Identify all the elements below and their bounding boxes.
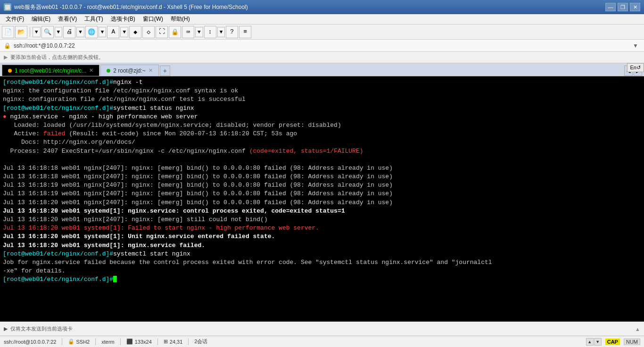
- tab-2-dot: [107, 69, 110, 73]
- address-icon: 🔒: [4, 42, 11, 49]
- menu-file[interactable]: 文件(F): [2, 14, 28, 24]
- toolbar-sep-1: [30, 27, 30, 37]
- bottom-bar-text: 仅将文本发送到当前选项卡: [10, 325, 635, 332]
- session-hint-bar: ▶ 要添加当前会话，点击左侧的箭头按钮。: [0, 52, 644, 63]
- tab-2[interactable]: 2 root@zjd:~ ✕: [100, 65, 159, 76]
- status-right: ▲ ▼ CAP NUM: [586, 338, 640, 346]
- terminal[interactable]: [root@web01/etc/nginx/conf.d]#nginx -t n…: [0, 76, 644, 322]
- toolbar-font[interactable]: A: [107, 26, 119, 38]
- status-sep-1: [62, 339, 62, 345]
- toolbar-btn-tx[interactable]: ↕: [204, 26, 216, 38]
- tabs-bar: 1 root@web01:/etc/nginx/c... ✕ 2 root@zj…: [0, 63, 644, 76]
- address-dropdown[interactable]: ▼: [631, 41, 640, 50]
- status-ssh: 🔒 SSH2: [68, 339, 90, 345]
- session-hint-icon[interactable]: ▶: [4, 54, 8, 60]
- tab-1-close[interactable]: ✕: [89, 67, 93, 74]
- toolbar-dropdown-5[interactable]: ▼: [120, 27, 128, 37]
- address-bar: 🔒 ssh://root:*@10.0.0.7:22 ▼: [0, 40, 644, 52]
- cap-indicator: CAP: [605, 339, 620, 345]
- toolbar-help[interactable]: ?: [226, 26, 238, 38]
- menu-bar: 文件(F) 编辑(E) 查看(V) 工具(T) 选项卡(B) 窗口(W) 帮助(…: [0, 14, 644, 25]
- num-indicator: NUM: [624, 339, 640, 345]
- toolbar-lock[interactable]: 🔒: [169, 26, 181, 38]
- status-sessions: 2会话: [194, 338, 207, 345]
- toolbar-dropdown-4[interactable]: ▼: [99, 27, 107, 37]
- menu-tools[interactable]: 工具(T): [81, 14, 107, 24]
- menu-edit[interactable]: 编辑(E): [28, 14, 54, 24]
- lock-icon: 🔒: [68, 339, 74, 345]
- tab-1[interactable]: 1 root@web01:/etc/nginx/c... ✕: [2, 65, 99, 76]
- toolbar-keyboard[interactable]: ⌨: [182, 26, 194, 38]
- en-indicator[interactable]: En↺: [627, 63, 644, 72]
- toolbar-dropdown-1[interactable]: ▼: [33, 27, 41, 37]
- term-label: xterm: [101, 339, 115, 345]
- menu-help[interactable]: 帮助(H): [167, 14, 194, 24]
- title-bar-left: ⬜ web服务器web01 -10.0.0.7 - root@web01:/et…: [4, 3, 248, 11]
- size-label: 133x24: [135, 339, 152, 345]
- ssh-label: SSH2: [76, 339, 90, 345]
- toolbar-dropdown-7[interactable]: ▼: [217, 27, 225, 37]
- maximize-button[interactable]: ❐: [618, 3, 628, 11]
- address-text: ssh://root:*@10.0.0.7:22: [14, 42, 631, 49]
- title-bar: ⬜ web服务器web01 -10.0.0.7 - root@web01:/et…: [0, 0, 644, 14]
- status-size: ⬛ 133x24: [126, 339, 152, 345]
- new-tab-button[interactable]: +: [160, 66, 170, 76]
- status-address-text: ssh://root@10.0.0.7:22: [4, 339, 56, 345]
- toolbar-network[interactable]: 🌐: [85, 26, 98, 38]
- status-scroll-arrows: ▲ ▼: [586, 338, 602, 346]
- tab-1-dot: [8, 69, 12, 73]
- title-bar-text: web服务器web01 -10.0.0.7 - root@web01:/etc/…: [14, 3, 248, 11]
- toolbar-dropdown-2[interactable]: ▼: [55, 27, 63, 37]
- new-session-button[interactable]: 📄: [2, 26, 14, 38]
- bottom-input-bar: ▶ 仅将文本发送到当前选项卡 ▲: [0, 322, 644, 336]
- tab-1-label: 1 root@web01:/etc/nginx/c...: [15, 67, 86, 74]
- tab-2-close[interactable]: ✕: [149, 67, 153, 74]
- status-position: ⊞ 24,31: [164, 339, 183, 345]
- position-icon: ⊞: [164, 339, 168, 345]
- size-label-prefix: ⬛: [126, 339, 133, 345]
- toolbar: 📄 📂 ▼ 🔍 ▼ 🖨 ▼ 🌐 ▼ A ▼ ◆ ◇ ⛶ 🔒 ⌨ ▼ ↕ ▼ ? …: [0, 25, 644, 40]
- menu-view[interactable]: 查看(V): [54, 14, 81, 24]
- bottom-bar-expand[interactable]: ▲: [635, 326, 640, 332]
- toolbar-search[interactable]: 🔍: [41, 26, 54, 38]
- scroll-up-button[interactable]: ▲: [586, 338, 594, 346]
- toolbar-btn-7[interactable]: ◇: [142, 26, 155, 38]
- status-sep-4: [157, 339, 158, 345]
- toolbar-btn-6[interactable]: ◆: [129, 26, 141, 38]
- status-bar: ssh://root@10.0.0.7:22 🔒 SSH2 xterm ⬛ 13…: [0, 336, 644, 347]
- toolbar-print[interactable]: 🖨: [63, 26, 75, 38]
- toolbar-dropdown-6[interactable]: ▼: [195, 27, 203, 37]
- status-sep-5: [188, 339, 189, 345]
- bottom-bar-icon[interactable]: ▶: [4, 326, 8, 332]
- session-hint-text: 要添加当前会话，点击左侧的箭头按钮。: [10, 54, 104, 61]
- toolbar-dropdown-3[interactable]: ▼: [76, 27, 84, 37]
- position-label: 24,31: [170, 339, 183, 345]
- menu-tabs[interactable]: 选项卡(B): [107, 14, 139, 24]
- toolbar-extra[interactable]: ≡: [239, 26, 251, 38]
- status-sep-3: [120, 339, 121, 345]
- status-address: ssh://root@10.0.0.7:22: [4, 339, 56, 345]
- sessions-label: 2会话: [194, 338, 207, 345]
- close-button[interactable]: ✕: [630, 3, 640, 11]
- status-term: xterm: [101, 339, 115, 345]
- toolbar-fullscreen[interactable]: ⛶: [156, 26, 168, 38]
- title-bar-controls: — ❐ ✕: [605, 3, 640, 11]
- en-label: En↺: [630, 65, 641, 71]
- minimize-button[interactable]: —: [605, 3, 616, 11]
- status-sep-2: [95, 339, 96, 345]
- menu-window[interactable]: 窗口(W): [139, 14, 167, 24]
- app-icon: ⬜: [4, 3, 11, 11]
- tab-2-label: 2 root@zjd:~: [113, 67, 146, 74]
- scroll-down-button[interactable]: ▼: [594, 338, 602, 346]
- open-button[interactable]: 📂: [15, 26, 27, 38]
